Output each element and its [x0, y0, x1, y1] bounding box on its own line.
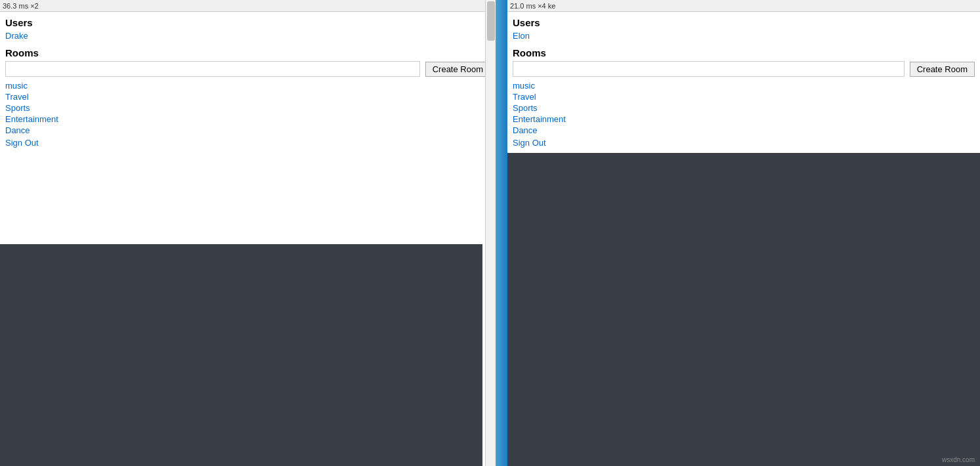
users-title-left: Users: [5, 17, 490, 28]
rooms-section-right: Rooms Create Room music Travel Sports En…: [513, 47, 975, 148]
left-panel: 36.3 ms ×2 Users Drake Rooms Create Room…: [0, 0, 496, 466]
create-room-row-left: Create Room: [5, 61, 490, 77]
debug-bar-left: 36.3 ms ×2: [0, 0, 496, 12]
debug-text-right: 21.0 ms ×4 ke: [510, 2, 555, 10]
rooms-section-left: Rooms Create Room music Travel Sports En…: [5, 47, 490, 148]
create-room-btn-right[interactable]: Create Room: [910, 62, 975, 77]
dark-area-right: [507, 153, 980, 466]
room-link-dance-left[interactable]: Dance: [5, 125, 490, 135]
room-link-music-right[interactable]: music: [513, 81, 975, 91]
left-content: Users Drake Rooms Create Room music Trav…: [0, 12, 496, 244]
room-link-travel-right[interactable]: Travel: [513, 92, 975, 102]
room-link-sports-right[interactable]: Sports: [513, 103, 975, 113]
create-room-btn-left[interactable]: Create Room: [425, 62, 490, 77]
room-link-dance-right[interactable]: Dance: [513, 125, 975, 135]
right-content: Users Elon Rooms Create Room music Trave…: [507, 12, 980, 153]
sign-out-right[interactable]: Sign Out: [513, 138, 975, 148]
user-link-elon[interactable]: Elon: [513, 31, 975, 41]
debug-bar-right: 21.0 ms ×4 ke: [507, 0, 980, 12]
user-link-drake[interactable]: Drake: [5, 31, 490, 41]
watermark: wsxdn.com: [942, 456, 975, 463]
room-link-music-left[interactable]: music: [5, 81, 490, 91]
sign-out-left[interactable]: Sign Out: [5, 138, 490, 148]
rooms-title-right: Rooms: [513, 47, 975, 58]
create-room-row-right: Create Room: [513, 61, 975, 77]
room-name-input-right[interactable]: [513, 61, 905, 77]
right-panel: 21.0 ms ×4 ke Users Elon Rooms Create Ro…: [507, 0, 980, 466]
dark-area-left: [0, 244, 482, 466]
debug-text-left: 36.3 ms ×2: [3, 2, 39, 10]
rooms-title-left: Rooms: [5, 47, 490, 58]
room-link-sports-left[interactable]: Sports: [5, 103, 490, 113]
panel-divider: [496, 0, 507, 466]
room-link-entertainment-left[interactable]: Entertainment: [5, 114, 490, 124]
room-name-input-left[interactable]: [5, 61, 420, 77]
room-link-travel-left[interactable]: Travel: [5, 92, 490, 102]
users-title-right: Users: [513, 17, 975, 28]
room-link-entertainment-right[interactable]: Entertainment: [513, 114, 975, 124]
